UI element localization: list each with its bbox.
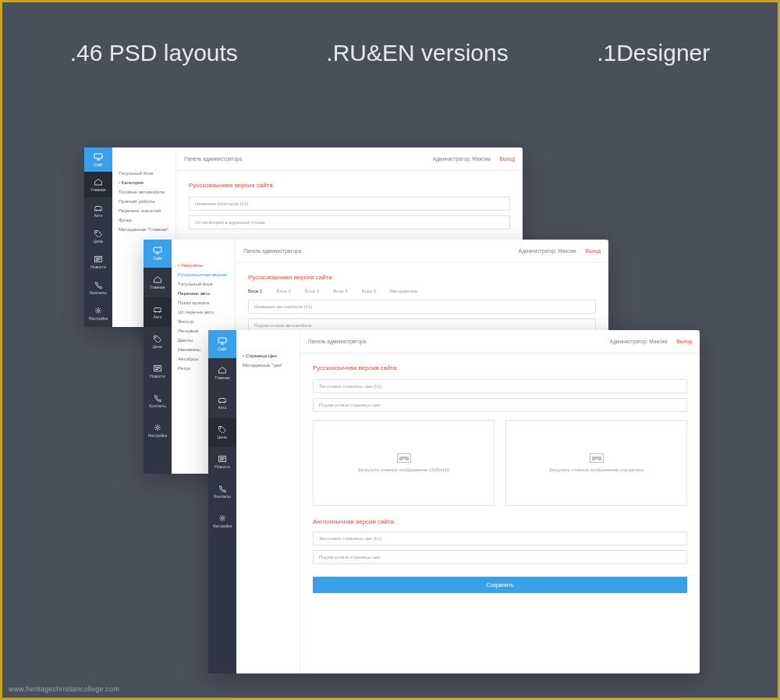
rail-item-label: Авто xyxy=(218,405,227,410)
rail-item-news[interactable]: Новости xyxy=(84,250,112,275)
subnav-item[interactable]: Титульный блок xyxy=(119,171,169,176)
svg-rect-6 xyxy=(154,247,161,252)
topbar-title: Панель администратора xyxy=(243,248,301,254)
rail-logo[interactable]: Сайт xyxy=(84,147,112,172)
subnav-item[interactable]: Url перечня авто xyxy=(178,310,229,314)
gear-icon xyxy=(218,514,227,522)
rail-logo-label: Сайт xyxy=(218,346,227,351)
subnav-item[interactable]: Принцип работы xyxy=(119,199,169,204)
upload-retina-image[interactable]: Загрузить главное изображение под ретину xyxy=(505,420,687,506)
content: Русскоязычная версия сайта Заголовок стр… xyxy=(300,354,700,673)
monitor-icon xyxy=(153,247,162,254)
svg-rect-0 xyxy=(94,154,102,158)
field-category-url[interactable]: Url категории в адресной строке xyxy=(189,215,510,229)
save-button[interactable]: Сохранить xyxy=(313,577,687,593)
svg-point-9 xyxy=(155,337,156,338)
rail-item-phone[interactable]: Контакты xyxy=(208,477,236,506)
tab-block-3[interactable]: Блок 3 xyxy=(305,289,319,293)
upload-main-image[interactable]: Загрузить главное изображение 1920x410 xyxy=(313,420,495,506)
field-price-title-en[interactable]: Заголовок страницы цен (h1) xyxy=(313,531,687,545)
logout-link[interactable]: Выход xyxy=(500,156,515,162)
rail-item-label: Новости xyxy=(214,464,229,469)
field-category-name[interactable]: Название категории (h1) xyxy=(189,197,510,211)
rail-logo-label: Сайт xyxy=(153,256,162,261)
section-ru-heading: Русскоязычная версия сайта xyxy=(313,364,687,371)
rail-item-gear[interactable]: Настройки xyxy=(208,506,236,536)
rail-item-car[interactable]: Авто xyxy=(84,197,112,223)
tab-block-4[interactable]: Блок 4 xyxy=(333,289,347,293)
rail-item-tag[interactable]: Цены xyxy=(208,418,236,447)
subnav-item[interactable]: Перечень авто xyxy=(178,291,229,296)
subnav-item[interactable]: Перечень новостей xyxy=(119,208,169,213)
phone-icon xyxy=(153,394,162,402)
subnav-item[interactable]: Метаданные "Главная" xyxy=(119,227,169,232)
svg-point-17 xyxy=(222,517,224,520)
subnav-item[interactable]: Титульный блок xyxy=(178,282,229,286)
rail-item-home[interactable]: Главная xyxy=(84,172,112,197)
news-icon xyxy=(153,364,162,372)
svg-point-11 xyxy=(157,427,159,429)
rail: СайтГлавнаяАвтоЦеныНовостиКонтактыНастро… xyxy=(208,330,236,673)
rail-item-home[interactable]: Главная xyxy=(144,268,172,297)
subnav-group[interactable]: • Лимузины xyxy=(178,263,229,268)
phone-icon xyxy=(94,281,103,289)
rail-item-phone[interactable]: Контакты xyxy=(144,386,172,416)
subnav-item[interactable]: Футер xyxy=(119,218,169,222)
field-auto-name[interactable]: Название автомобиля (h1) xyxy=(248,300,596,314)
rail-item-car[interactable]: Авто xyxy=(208,388,236,418)
rail-item-label: Новости xyxy=(150,374,165,378)
rail-item-gear[interactable]: Настройки xyxy=(144,416,172,446)
svg-point-3 xyxy=(96,232,97,233)
subnav-item[interactable]: Топовые автомобили xyxy=(119,190,169,194)
rail-item-gear[interactable]: Настройки xyxy=(84,301,112,327)
rail-item-tag[interactable]: Цены xyxy=(144,327,172,357)
tab-block-2[interactable]: Блок 2 xyxy=(276,289,290,293)
tag-icon xyxy=(153,335,162,343)
tab-block-6[interactable]: Метаданные xyxy=(390,289,417,293)
watermark: www.heritagechristiancollege.com xyxy=(9,685,119,693)
field-price-title-ru[interactable]: Заголовок страницы цен (h1) xyxy=(313,379,687,393)
topbar: Панель администратора Администратор: Мак… xyxy=(176,147,523,171)
topbar-admin: Администратор: Максим xyxy=(610,339,668,344)
subnav-item[interactable]: Фильтр xyxy=(178,319,229,324)
rail-item-news[interactable]: Новости xyxy=(144,357,172,386)
rail-item-label: Контакты xyxy=(214,494,231,499)
news-icon xyxy=(94,255,103,263)
subnav-item[interactable]: Показ проката xyxy=(178,300,229,305)
upload-main-label: Загрузить главное изображение 1920x410 xyxy=(358,467,450,472)
rail-item-car[interactable]: Авто xyxy=(144,297,172,327)
image-placeholder-icon xyxy=(590,453,604,463)
logout-link[interactable]: Выход xyxy=(586,248,601,254)
subnav-item[interactable]: Метаданные "цен" xyxy=(243,363,293,368)
monitor-icon xyxy=(218,337,227,345)
logout-link[interactable]: Выход xyxy=(677,339,692,344)
tab-block-1[interactable]: Блок 1 xyxy=(248,289,262,293)
home-icon xyxy=(153,275,162,283)
rail-item-news[interactable]: Новости xyxy=(208,447,236,477)
subnav-item[interactable]: Страница Цен xyxy=(243,354,293,358)
rail-item-label: Главная xyxy=(90,187,105,192)
rail-item-phone[interactable]: Контакты xyxy=(84,275,112,301)
rail-item-label: Настройки xyxy=(148,433,168,438)
rail-item-label: Главная xyxy=(214,375,229,380)
gear-icon xyxy=(153,424,162,432)
rail-item-tag[interactable]: Цены xyxy=(84,224,112,250)
rail-item-label: Главная xyxy=(150,285,165,290)
tab-block-5[interactable]: Блок 5 xyxy=(362,289,376,293)
subnav-item[interactable]: Русскоязычная версия xyxy=(178,272,229,277)
svg-rect-12 xyxy=(218,338,226,343)
rail-logo[interactable]: Сайт xyxy=(208,330,236,358)
subnav-item[interactable]: Категории xyxy=(119,180,169,185)
field-price-sub-en[interactable]: Подзаголовок страницы цен xyxy=(313,550,687,564)
section-en-heading: Англоязычная версия сайта xyxy=(313,518,687,525)
rail-item-home[interactable]: Главная xyxy=(208,358,236,388)
rail-item-label: Цены xyxy=(218,435,228,439)
gear-icon xyxy=(94,307,103,314)
rail-item-label: Авто xyxy=(154,314,162,319)
rail-item-label: Авто xyxy=(94,213,103,218)
rail-item-label: Цены xyxy=(153,344,163,349)
rail-logo[interactable]: Сайт xyxy=(144,240,172,268)
field-price-sub-ru[interactable]: Подзаголовок страницы цен xyxy=(313,398,687,412)
section-ru-heading: Русскоязычная версия сайта xyxy=(248,274,596,281)
car-icon xyxy=(153,305,162,313)
